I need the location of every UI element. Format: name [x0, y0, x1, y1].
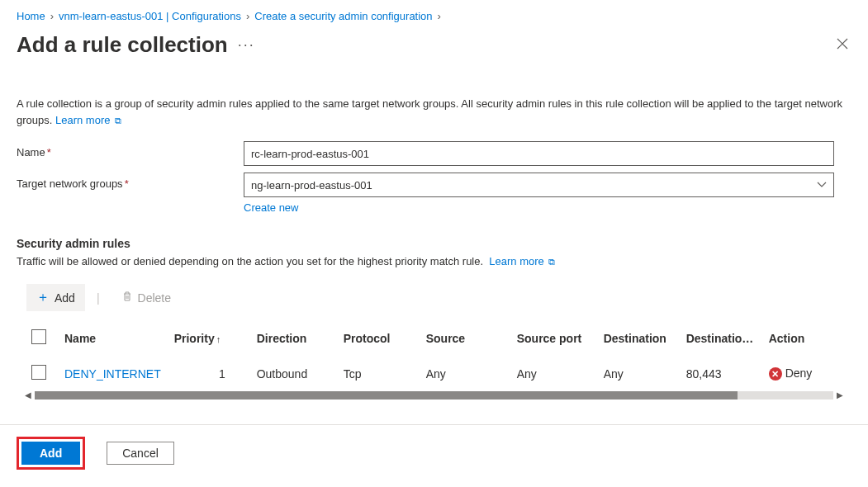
- chevron-right-icon: ›: [438, 10, 441, 22]
- tng-label: Target network groups*: [17, 173, 244, 190]
- close-icon[interactable]: [833, 35, 851, 56]
- cell-action: ✕Deny: [762, 357, 843, 390]
- breadcrumb-item-create-config[interactable]: Create a security admin configuration: [254, 10, 432, 22]
- trash-icon: [121, 291, 133, 305]
- add-button-highlight: Add: [17, 437, 85, 470]
- title-row: Add a rule collection ···: [0, 27, 868, 71]
- sort-asc-icon: ↑: [216, 334, 221, 344]
- col-direction[interactable]: Direction: [250, 319, 337, 357]
- cell-destination: Any: [597, 357, 680, 390]
- breadcrumb-item-home[interactable]: Home: [17, 10, 45, 22]
- chevron-right-icon: ›: [50, 10, 54, 22]
- add-rule-button[interactable]: ＋ Add: [26, 284, 85, 311]
- external-link-icon: ⧉: [111, 116, 121, 125]
- table-header-row: Name Priority↑ Direction Protocol Source…: [25, 319, 843, 357]
- footer: Add Cancel: [0, 425, 868, 481]
- col-protocol[interactable]: Protocol: [337, 319, 420, 357]
- name-input[interactable]: [244, 141, 834, 166]
- description: A rule collection is a group of security…: [0, 71, 868, 138]
- scroll-thumb[interactable]: [35, 391, 738, 400]
- col-action[interactable]: Action: [762, 319, 843, 357]
- tng-selected-value: ng-learn-prod-eastus-001: [251, 179, 372, 191]
- target-network-groups-select[interactable]: ng-learn-prod-eastus-001: [244, 173, 834, 197]
- scroll-left-icon[interactable]: ◀: [25, 390, 31, 400]
- rules-learn-more-link[interactable]: Learn more ⧉: [489, 255, 555, 267]
- page-title: Add a rule collection: [17, 32, 228, 58]
- rules-toolbar: ＋ Add | Delete: [0, 279, 868, 319]
- cell-source-port: Any: [510, 357, 597, 390]
- rule-name-link[interactable]: DENY_INTERNET: [64, 367, 161, 381]
- add-button[interactable]: Add: [21, 442, 80, 465]
- plus-icon: ＋: [36, 289, 50, 306]
- cancel-button[interactable]: Cancel: [107, 442, 174, 465]
- name-label: Name*: [17, 141, 244, 158]
- select-all-checkbox[interactable]: [31, 329, 46, 344]
- cell-destination-port: 80,443: [680, 357, 762, 390]
- row-checkbox[interactable]: [31, 365, 46, 380]
- rules-subtext: Traffic will be allowed or denied depend…: [0, 255, 868, 279]
- table-row[interactable]: DENY_INTERNET 1 Outbound Tcp Any Any Any…: [25, 357, 843, 390]
- breadcrumb: Home › vnm-learn-eastus-001 | Configurat…: [0, 0, 868, 27]
- delete-rule-button[interactable]: Delete: [111, 286, 181, 310]
- more-icon[interactable]: ···: [238, 36, 255, 54]
- col-priority[interactable]: Priority↑: [168, 319, 250, 357]
- scroll-right-icon[interactable]: ▶: [837, 390, 843, 400]
- deny-icon: ✕: [769, 367, 782, 381]
- col-source-port[interactable]: Source port: [510, 319, 597, 357]
- col-source[interactable]: Source: [420, 319, 510, 357]
- toolbar-separator: |: [97, 291, 100, 305]
- cell-protocol: Tcp: [337, 357, 420, 390]
- horizontal-scrollbar[interactable]: ◀ ▶: [25, 390, 843, 400]
- cell-direction: Outbound: [250, 357, 337, 390]
- breadcrumb-item-configurations[interactable]: vnm-learn-eastus-001 | Configurations: [59, 10, 241, 22]
- col-destination-port[interactable]: Destinatio…: [680, 319, 762, 357]
- chevron-right-icon: ›: [246, 10, 249, 22]
- create-new-link[interactable]: Create new: [244, 201, 834, 214]
- external-link-icon: ⧉: [546, 257, 555, 267]
- cell-source: Any: [420, 357, 510, 390]
- col-destination[interactable]: Destination: [597, 319, 680, 357]
- form-row-name: Name*: [0, 138, 868, 169]
- col-name[interactable]: Name: [58, 319, 168, 357]
- chevron-down-icon: [817, 179, 827, 191]
- rules-heading: Security admin rules: [0, 217, 868, 255]
- cell-priority: 1: [168, 357, 250, 390]
- form-row-tng: Target network groups* ng-learn-prod-eas…: [0, 169, 868, 217]
- description-text: A rule collection is a group of security…: [17, 97, 842, 126]
- rules-table: Name Priority↑ Direction Protocol Source…: [0, 319, 868, 390]
- learn-more-link[interactable]: Learn more ⧉: [55, 114, 121, 126]
- scroll-track[interactable]: [35, 391, 833, 400]
